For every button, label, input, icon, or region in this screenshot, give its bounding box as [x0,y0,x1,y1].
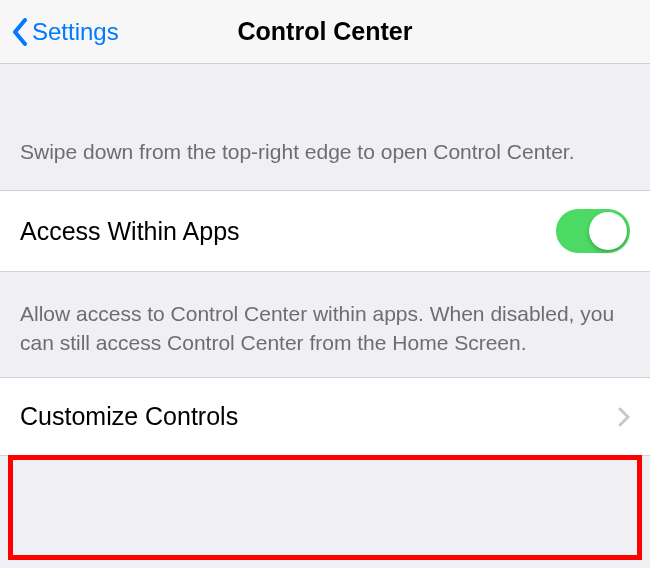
nav-header: Settings Control Center [0,0,650,64]
page-title: Control Center [238,17,413,46]
access-toggle[interactable] [556,209,630,253]
customize-controls-row[interactable]: Customize Controls [0,377,650,456]
access-description: Allow access to Control Center within ap… [0,272,650,377]
customize-label: Customize Controls [20,402,238,431]
intro-description: Swipe down from the top-right edge to op… [0,64,650,190]
annotation-highlight [8,455,642,560]
chevron-right-icon [618,407,630,427]
back-label: Settings [32,18,119,46]
back-button[interactable]: Settings [12,18,119,46]
toggle-knob [589,212,627,250]
access-label: Access Within Apps [20,217,240,246]
access-within-apps-row: Access Within Apps [0,190,650,272]
chevron-left-icon [12,18,28,46]
